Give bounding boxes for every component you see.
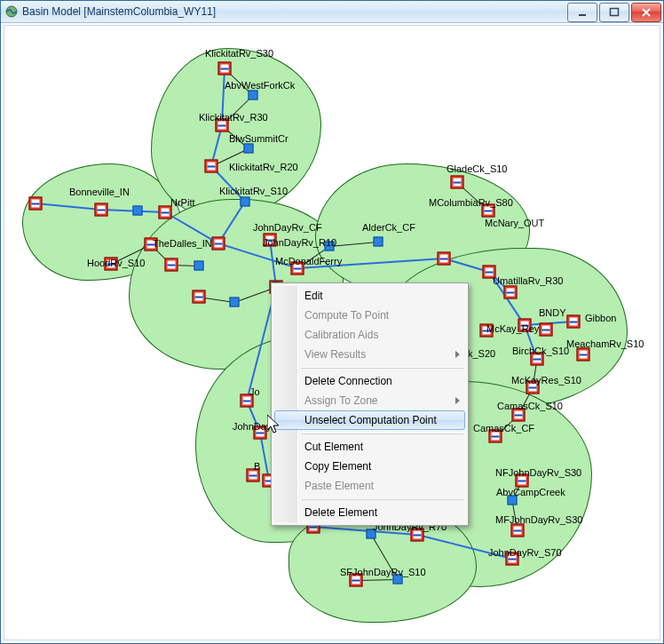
gauge-element-icon[interactable] — [489, 430, 502, 443]
junction-element-icon[interactable] — [133, 206, 143, 216]
submenu-arrow-icon — [455, 397, 460, 404]
gauge-element-icon[interactable] — [29, 197, 43, 211]
menu-item: Compute To Point — [274, 306, 465, 325]
gauge-element-icon[interactable] — [411, 529, 424, 542]
gauge-element-icon[interactable] — [526, 381, 540, 394]
gauge-element-icon[interactable] — [506, 553, 519, 566]
maximize-button[interactable] — [599, 3, 629, 22]
svg-rect-2 — [611, 9, 619, 16]
gauge-element-icon[interactable] — [264, 234, 277, 247]
junction-element-icon[interactable] — [241, 197, 250, 207]
junction-element-icon[interactable] — [249, 91, 258, 100]
menu-item-label: Calibration Aids — [304, 329, 378, 341]
menu-item-label: Copy Element — [304, 460, 371, 473]
menu-item[interactable]: Delete Element — [274, 503, 465, 522]
gauge-element-icon[interactable] — [482, 204, 495, 218]
junction-element-icon[interactable] — [194, 261, 204, 271]
menu-item-label: Compute To Point — [304, 309, 389, 322]
menu-item: Calibration Aids — [274, 325, 465, 345]
menu-item-label: Assign To Zone — [304, 394, 378, 407]
menu-item: Paste Element — [274, 476, 465, 496]
gauge-element-icon[interactable] — [483, 266, 496, 279]
gauge-element-icon[interactable] — [438, 252, 451, 266]
gauge-element-icon[interactable] — [291, 262, 304, 275]
menu-separator — [301, 498, 463, 500]
menu-item[interactable]: Unselect Computation Point — [274, 410, 465, 430]
gauge-element-icon[interactable] — [254, 426, 267, 440]
junction-element-icon[interactable] — [367, 529, 376, 539]
menu-separator — [301, 433, 463, 434]
gauge-element-icon[interactable] — [512, 409, 526, 422]
gauge-element-icon[interactable] — [540, 323, 553, 337]
app-window: Basin Model [MainstemColumbia_WY11] Klic… — [0, 0, 664, 644]
junction-element-icon[interactable] — [325, 242, 335, 251]
map-client-area: KlickitatRv_S30AbvWestForkCkKlickitatRv_… — [4, 25, 660, 640]
gauge-element-icon[interactable] — [105, 258, 118, 271]
gauge-element-icon[interactable] — [216, 119, 229, 132]
gauge-element-icon[interactable] — [159, 206, 172, 219]
menu-item-label: Delete Connection — [304, 375, 392, 387]
gauge-element-icon[interactable] — [145, 238, 158, 251]
close-button[interactable] — [631, 3, 661, 22]
gauge-element-icon[interactable] — [577, 348, 590, 362]
gauge-element-icon[interactable] — [531, 353, 544, 366]
menu-item[interactable]: Delete Connection — [274, 371, 465, 391]
minimize-button[interactable] — [567, 3, 597, 22]
gauge-element-icon[interactable] — [95, 203, 108, 217]
app-icon — [4, 4, 19, 19]
gauge-element-icon[interactable] — [350, 574, 363, 587]
gauge-element-icon[interactable] — [193, 290, 206, 304]
menu-separator — [301, 367, 463, 369]
menu-item-label: Cut Element — [304, 441, 363, 453]
window-buttons — [567, 1, 663, 22]
menu-item[interactable]: Copy Element — [274, 457, 465, 476]
menu-item: View Results — [274, 345, 465, 364]
titlebar[interactable]: Basin Model [MainstemColumbia_WY11] — [1, 1, 663, 23]
menu-item: Assign To Zone — [274, 391, 465, 410]
menu-item-label: Paste Element — [304, 480, 374, 492]
gauge-element-icon[interactable] — [241, 394, 254, 408]
junction-element-icon[interactable] — [393, 575, 403, 584]
junction-element-icon[interactable] — [508, 496, 518, 505]
svg-rect-1 — [579, 14, 586, 16]
window-title: Basin Model [MainstemColumbia_WY11] — [22, 1, 567, 22]
submenu-arrow-icon — [455, 351, 460, 358]
junction-element-icon[interactable] — [374, 237, 383, 247]
gauge-element-icon[interactable] — [516, 474, 529, 488]
gauge-element-icon[interactable] — [480, 324, 494, 338]
gauge-element-icon[interactable] — [451, 176, 464, 189]
junction-element-icon[interactable] — [244, 144, 254, 154]
gauge-element-icon[interactable] — [504, 286, 518, 299]
menu-item-label: Unselect Computation Point — [304, 414, 437, 426]
gauge-element-icon[interactable] — [212, 237, 225, 250]
gauge-element-icon[interactable] — [218, 62, 232, 76]
menu-item[interactable]: Cut Element — [274, 437, 465, 457]
gauge-element-icon[interactable] — [518, 319, 532, 332]
junction-element-icon[interactable] — [230, 298, 240, 307]
gauge-element-icon[interactable] — [567, 315, 581, 329]
gauge-element-icon[interactable] — [205, 160, 218, 173]
context-menu: EditCompute To PointCalibration AidsView… — [271, 282, 469, 526]
gauge-element-icon[interactable] — [511, 524, 525, 537]
gauge-element-icon[interactable] — [165, 258, 178, 272]
menu-item-label: Edit — [304, 290, 323, 302]
gauge-element-icon[interactable] — [247, 469, 260, 482]
menu-item-label: View Results — [304, 348, 366, 361]
menu-item[interactable]: Edit — [274, 286, 465, 306]
menu-item-label: Delete Element — [304, 506, 377, 519]
